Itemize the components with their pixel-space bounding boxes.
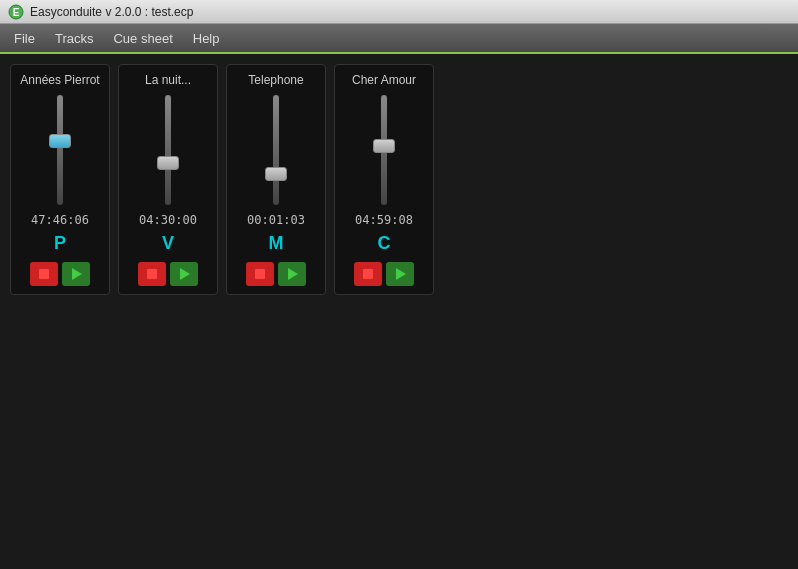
stop-button-1[interactable]	[30, 262, 58, 286]
track-title-2: La nuit...	[125, 73, 211, 87]
play-button-2[interactable]	[170, 262, 198, 286]
slider-container-2	[153, 95, 183, 205]
play-button-3[interactable]	[278, 262, 306, 286]
menu-file[interactable]: File	[4, 27, 45, 50]
slider-thumb-4[interactable]	[373, 139, 395, 153]
track-buttons-3	[246, 262, 306, 286]
track-card-4: Cher Amour 04:59:08 C	[334, 64, 434, 295]
slider-thumb-3[interactable]	[265, 167, 287, 181]
track-card-3: Telephone 00:01:03 M	[226, 64, 326, 295]
slider-track-2	[165, 95, 171, 205]
play-button-4[interactable]	[386, 262, 414, 286]
main-area: Années Pierrot 47:46:06 P La nuit... 04:…	[0, 54, 798, 305]
menu-tracks[interactable]: Tracks	[45, 27, 104, 50]
track-time-2: 04:30:00	[139, 213, 197, 227]
track-letter-1: P	[54, 233, 66, 254]
app-icon: E	[8, 4, 24, 20]
slider-container-1	[45, 95, 75, 205]
stop-button-4[interactable]	[354, 262, 382, 286]
menu-bar: File Tracks Cue sheet Help	[0, 24, 798, 54]
svg-text:E: E	[13, 7, 20, 18]
track-card-2: La nuit... 04:30:00 V	[118, 64, 218, 295]
track-card-1: Années Pierrot 47:46:06 P	[10, 64, 110, 295]
stop-button-2[interactable]	[138, 262, 166, 286]
track-time-3: 00:01:03	[247, 213, 305, 227]
track-time-1: 47:46:06	[31, 213, 89, 227]
track-buttons-1	[30, 262, 90, 286]
track-time-4: 04:59:08	[355, 213, 413, 227]
slider-container-3	[261, 95, 291, 205]
slider-track-1	[57, 95, 63, 205]
track-letter-2: V	[162, 233, 174, 254]
slider-thumb-2[interactable]	[157, 156, 179, 170]
track-title-3: Telephone	[233, 73, 319, 87]
title-bar: E Easyconduite v 2.0.0 : test.ecp	[0, 0, 798, 24]
slider-track-3	[273, 95, 279, 205]
play-button-1[interactable]	[62, 262, 90, 286]
stop-button-3[interactable]	[246, 262, 274, 286]
window-title: Easyconduite v 2.0.0 : test.ecp	[30, 5, 193, 19]
slider-container-4	[369, 95, 399, 205]
track-title-1: Années Pierrot	[17, 73, 103, 87]
menu-cue-sheet[interactable]: Cue sheet	[103, 27, 182, 50]
slider-thumb-1[interactable]	[49, 134, 71, 148]
track-letter-3: M	[269, 233, 284, 254]
track-buttons-2	[138, 262, 198, 286]
track-title-4: Cher Amour	[341, 73, 427, 87]
menu-help[interactable]: Help	[183, 27, 230, 50]
track-letter-4: C	[378, 233, 391, 254]
slider-track-4	[381, 95, 387, 205]
track-buttons-4	[354, 262, 414, 286]
